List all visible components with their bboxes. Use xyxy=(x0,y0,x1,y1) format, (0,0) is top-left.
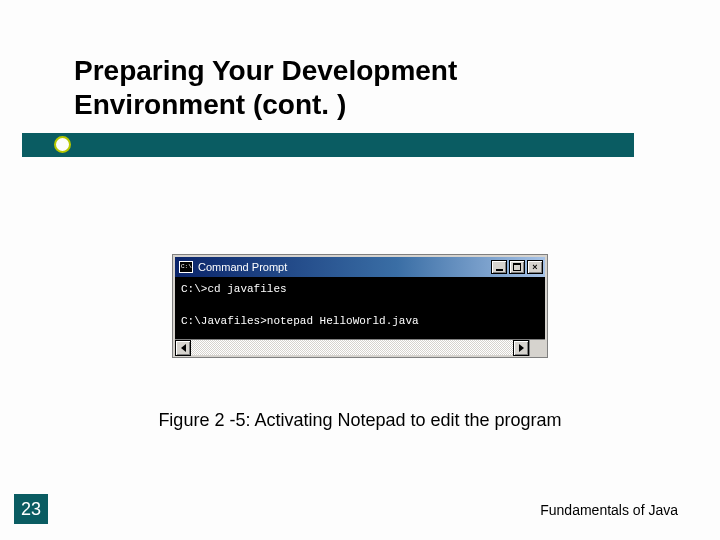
minimize-button[interactable] xyxy=(491,260,507,274)
terminal-body[interactable]: C:\>cd javafiles C:\Javafiles>notepad He… xyxy=(175,277,545,339)
close-button[interactable]: × xyxy=(527,260,543,274)
arrow-right-icon xyxy=(519,344,524,352)
horizontal-scrollbar[interactable] xyxy=(175,339,545,355)
console-icon xyxy=(179,261,193,273)
maximize-button[interactable] xyxy=(509,260,525,274)
terminal-line: C:\>cd javafiles xyxy=(181,283,287,295)
arrow-left-icon xyxy=(181,344,186,352)
window-title: Command Prompt xyxy=(198,261,491,273)
footer-text: Fundamentals of Java xyxy=(540,502,678,518)
figure-caption: Figure 2 -5: Activating Notepad to edit … xyxy=(0,410,720,431)
titlebar: Command Prompt × xyxy=(175,257,545,277)
bullet-icon xyxy=(54,136,71,153)
page-number: 23 xyxy=(14,494,48,524)
terminal-line: C:\Javafiles>notepad HelloWorld.java xyxy=(181,315,419,327)
titlebar-buttons: × xyxy=(491,260,543,274)
scroll-left-button[interactable] xyxy=(175,340,191,356)
slide: Preparing Your Development Environment (… xyxy=(0,0,720,540)
title-underline xyxy=(22,133,634,157)
slide-title: Preparing Your Development Environment (… xyxy=(74,54,634,121)
window-frame: Command Prompt × C:\>cd javafiles C:\Jav… xyxy=(172,254,548,358)
scroll-corner xyxy=(529,340,545,356)
scroll-right-button[interactable] xyxy=(513,340,529,356)
figure-command-prompt: Command Prompt × C:\>cd javafiles C:\Jav… xyxy=(172,254,548,358)
scroll-track[interactable] xyxy=(191,340,513,355)
